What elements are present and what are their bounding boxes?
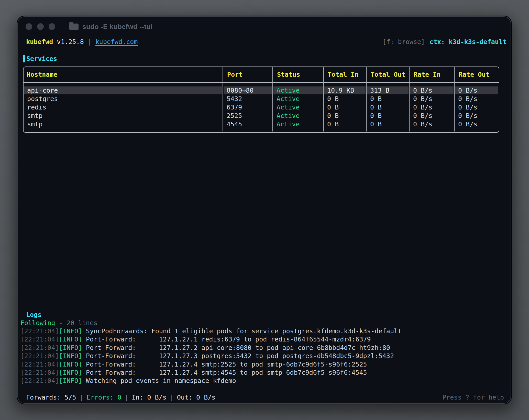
logs-section: Logs Following- 20 lines [22:21:04][INFO… xyxy=(20,311,505,385)
cell-hostname: smtp xyxy=(24,112,223,120)
minimize-button-icon[interactable] xyxy=(37,23,44,30)
traffic-out: Out: 0 B/s xyxy=(177,394,216,401)
cell-total-in: 0 B xyxy=(323,95,366,103)
status-bar-left: Forwards: 5/5|Errors: 0|In: 0 B/s|Out: 0… xyxy=(26,393,215,402)
log-message: SyncPodForwards: Found 1 eligible pods f… xyxy=(86,327,402,335)
cell-hostname: postgres xyxy=(24,95,223,103)
table-row[interactable]: smtp 2525 Active 0 B 0 B 0 B/s 0 B/s xyxy=(24,112,499,120)
cell-total-out: 0 B xyxy=(366,120,409,128)
log-line: [22:21:04][INFO]Port-Forward: 127.1.27.1… xyxy=(20,335,505,344)
log-line: [22:21:04][INFO]Port-Forward: 127.1.27.2… xyxy=(20,344,505,352)
header-separator: | xyxy=(88,38,92,46)
help-hint: Press ? for help xyxy=(442,393,504,402)
column-header-hostname: Hostname xyxy=(24,67,223,82)
log-level-badge: [INFO] xyxy=(59,336,82,343)
cell-total-out: 0 B xyxy=(366,103,409,112)
table-header-row: Hostname Port Status Total In Total Out … xyxy=(24,67,499,83)
cell-rate-in: 0 B/s xyxy=(409,95,454,103)
cell-rate-in: 0 B/s xyxy=(409,103,454,112)
titlebar: sudo -E kubefwd --tui xyxy=(18,17,511,36)
column-header-total-in: Total In xyxy=(323,67,366,82)
cell-port: 5432 xyxy=(223,95,272,103)
status-separator: | xyxy=(170,394,174,401)
traffic-in: In: 0 B/s xyxy=(132,394,166,401)
cell-hostname: api-core xyxy=(24,86,223,95)
log-level-badge: [INFO] xyxy=(59,327,82,335)
table-row[interactable]: smtp 4545 Active 0 B 0 B 0 B/s 0 B/s xyxy=(24,120,499,128)
cell-rate-out: 0 B/s xyxy=(454,95,499,103)
app-header-right: [f: browse]ctx: k3d-k3s-default xyxy=(382,37,506,47)
table-row[interactable]: api-core 8080→80 Active 10.9 KB 313 B 0 … xyxy=(24,86,499,95)
column-header-total-out: Total Out xyxy=(366,67,409,82)
log-level-badge: [INFO] xyxy=(59,377,82,384)
status-bar: Forwards: 5/5|Errors: 0|In: 0 B/s|Out: 0… xyxy=(26,393,504,402)
cell-total-in: 0 B xyxy=(323,103,366,112)
log-level-badge: [INFO] xyxy=(59,352,82,360)
cell-status: Active xyxy=(272,120,323,128)
cell-status: Active xyxy=(272,112,323,120)
close-button-icon[interactable] xyxy=(26,23,32,30)
app-version: v1.25.8 xyxy=(57,38,84,46)
table-row[interactable]: postgres 5432 Active 0 B 0 B 0 B/s 0 B/s xyxy=(24,95,499,103)
app-header: kubefwdv1.25.8|kubefwd.com [f: browse]ct… xyxy=(18,37,511,47)
cell-status: Active xyxy=(272,95,323,103)
log-timestamp: [22:21:04] xyxy=(20,352,59,360)
log-line: [22:21:04][INFO]Port-Forward: 127.1.27.4… xyxy=(20,369,505,377)
column-header-rate-out: Rate Out xyxy=(454,67,499,82)
logs-title: Logs xyxy=(26,311,505,319)
cell-total-out: 0 B xyxy=(366,112,409,120)
cell-total-in: 0 B xyxy=(323,112,366,120)
log-line: [22:21:04][INFO]Port-Forward: 127.1.27.3… xyxy=(20,352,505,360)
log-level-badge: [INFO] xyxy=(59,344,82,351)
cell-total-out: 0 B xyxy=(366,95,409,103)
log-timestamp: [22:21:04] xyxy=(20,377,59,384)
log-message: Port-Forward: 127.1.27.2 api-core:8080 t… xyxy=(86,344,390,351)
folder-icon xyxy=(69,24,79,30)
follow-status-line: Following- 20 lines xyxy=(20,319,505,327)
window-title: sudo -E kubefwd --tui xyxy=(82,23,153,31)
cell-rate-in: 0 B/s xyxy=(409,120,454,128)
log-message: Port-Forward: 127.1.27.4 smtp:2525 to po… xyxy=(86,361,367,368)
maximize-button-icon[interactable] xyxy=(49,23,55,30)
app-name: kubefwd xyxy=(26,38,53,46)
cell-hostname: smtp xyxy=(24,120,223,128)
context-indicator: ctx: k3d-k3s-default xyxy=(429,38,506,46)
cell-hostname: redis xyxy=(24,103,223,112)
cell-total-in: 0 B xyxy=(323,120,366,128)
log-timestamp: [22:21:04] xyxy=(20,361,59,368)
terminal-window: sudo -E kubefwd --tui kubefwdv1.25.8|kub… xyxy=(17,16,511,404)
cell-rate-in: 0 B/s xyxy=(409,112,454,120)
log-message: Port-Forward: 127.1.27.1 redis:6379 to p… xyxy=(86,336,371,343)
column-header-port: Port xyxy=(223,67,272,82)
browse-keybind-hint: [f: browse] xyxy=(382,38,425,46)
column-header-rate-in: Rate In xyxy=(409,67,454,82)
log-line: [22:21:04][INFO]SyncPodForwards: Found 1… xyxy=(20,327,505,335)
cell-rate-in: 0 B/s xyxy=(409,86,454,95)
cell-total-in: 10.9 KB xyxy=(323,86,366,95)
website-link[interactable]: kubefwd.com xyxy=(95,38,138,46)
app-header-left: kubefwdv1.25.8|kubefwd.com xyxy=(26,37,138,47)
cell-rate-out: 0 B/s xyxy=(454,103,499,112)
log-timestamp: [22:21:04] xyxy=(20,327,59,335)
cell-total-out: 313 B xyxy=(366,86,409,95)
cell-rate-out: 0 B/s xyxy=(454,86,499,95)
cell-port: 4545 xyxy=(223,120,272,128)
services-section-header: Services xyxy=(23,54,57,63)
services-table: Hostname Port Status Total In Total Out … xyxy=(23,67,499,133)
log-line: [22:21:04][INFO]Watching pod events in n… xyxy=(20,377,505,385)
table-row[interactable]: redis 6379 Active 0 B 0 B 0 B/s 0 B/s xyxy=(24,103,499,112)
services-title: Services xyxy=(26,55,57,62)
log-timestamp: [22:21:04] xyxy=(20,344,59,351)
status-separator: | xyxy=(80,394,83,401)
log-line: [22:21:04][INFO]Port-Forward: 127.1.27.4… xyxy=(20,360,505,369)
section-accent-bar xyxy=(23,55,25,62)
table-spacer-row xyxy=(24,128,499,131)
table-body: api-core 8080→80 Active 10.9 KB 313 B 0 … xyxy=(24,83,499,131)
cell-rate-out: 0 B/s xyxy=(454,120,499,128)
log-timestamp: [22:21:04] xyxy=(20,369,59,376)
log-level-badge: [INFO] xyxy=(59,361,82,368)
follow-mode-label: Following xyxy=(20,319,55,327)
cell-port: 6379 xyxy=(223,103,272,112)
cell-port: 2525 xyxy=(223,112,272,120)
log-message: Port-Forward: 127.1.27.3 postgres:5432 t… xyxy=(86,352,394,360)
